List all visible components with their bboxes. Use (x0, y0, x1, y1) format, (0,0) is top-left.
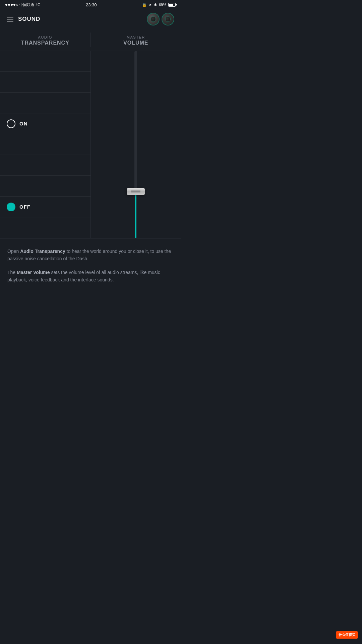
slider-track-upper (134, 51, 137, 188)
desc2-prefix: The (7, 270, 17, 275)
thumb-line-2 (131, 191, 140, 192)
off-radio-button[interactable] (7, 203, 15, 211)
spacer-2 (0, 72, 90, 93)
status-right: 🔒 ➤ ✱ 69% (142, 3, 176, 7)
on-label: ON (19, 121, 28, 126)
audio-transparency-header: AUDIO TRANSPARENCY (0, 29, 90, 51)
thumb-line-1 (131, 190, 140, 191)
transparency-off-row[interactable]: OFF (0, 197, 90, 217)
master-volume-header: MASTER VOLUME (91, 29, 181, 51)
desc2-bold: Master Volume (17, 270, 50, 275)
spacer-6 (0, 176, 90, 197)
signal-dots (5, 4, 18, 6)
description-area: Open Audio Transparency to hear the worl… (0, 238, 181, 290)
desc1-prefix: Open (7, 249, 20, 254)
volume-column (91, 51, 181, 238)
column-headers: AUDIO TRANSPARENCY MASTER VOLUME (0, 29, 181, 51)
right-earphone-icon[interactable] (162, 13, 174, 25)
spacer-5 (0, 155, 90, 176)
location-icon: ➤ (149, 3, 152, 7)
slider-track-lower (135, 195, 136, 238)
status-bar: 中国联通 4G 23:30 🔒 ➤ ✱ 69% (0, 0, 181, 9)
off-label: OFF (19, 204, 31, 210)
desc1-bold: Audio Transparency (20, 249, 65, 254)
spacer-7 (0, 217, 90, 238)
battery-fill (169, 4, 173, 6)
spacer-1 (0, 51, 90, 72)
spacer-3 (0, 93, 90, 113)
header-left: SOUND (7, 16, 40, 22)
network-label: 4G (36, 3, 41, 7)
lock-icon: 🔒 (142, 3, 147, 7)
volume-label-top: MASTER (94, 35, 178, 39)
description-para1: Open Audio Transparency to hear the worl… (7, 248, 174, 262)
controls-area: ON OFF (0, 51, 181, 238)
header: SOUND (0, 9, 181, 29)
on-radio-button[interactable] (7, 119, 15, 128)
volume-label-bottom: VOLUME (94, 40, 178, 46)
transparency-column: ON OFF (0, 51, 91, 238)
page-title: SOUND (18, 16, 40, 22)
transparency-on-row[interactable]: ON (0, 113, 90, 134)
carrier-label: 中国联通 (19, 2, 34, 7)
audio-label-bottom: TRANSPARENCY (3, 40, 87, 46)
battery-percent: 69% (159, 3, 166, 7)
audio-label-top: AUDIO (3, 35, 87, 39)
volume-slider-thumb[interactable] (127, 188, 145, 195)
left-earphone-icon[interactable] (147, 13, 160, 25)
battery-icon (168, 3, 176, 7)
menu-button[interactable] (7, 17, 13, 21)
status-left: 中国联通 4G (5, 2, 41, 7)
thumb-line-3 (131, 193, 140, 193)
bluetooth-icon: ✱ (154, 3, 157, 7)
time-display: 23:30 (86, 2, 97, 7)
spacer-4 (0, 134, 90, 155)
device-icons (147, 13, 174, 25)
vertical-slider[interactable] (126, 51, 146, 238)
description-para2: The Master Volume sets the volume level … (7, 269, 174, 283)
